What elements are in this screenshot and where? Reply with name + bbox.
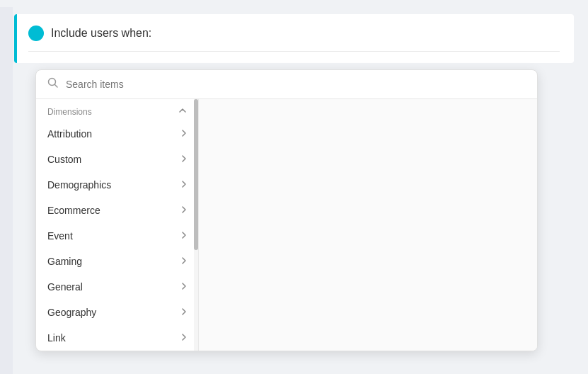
chevron-right-icon xyxy=(181,154,187,164)
menu-item-label: Event xyxy=(47,230,73,242)
right-content xyxy=(199,99,537,351)
section-header: Dimensions xyxy=(36,99,198,121)
teal-dot xyxy=(28,26,44,41)
scrollbar-thumb[interactable] xyxy=(194,99,198,250)
search-icon xyxy=(47,77,59,91)
chevron-right-icon xyxy=(181,205,187,215)
include-users-label: Include users when: xyxy=(51,27,151,40)
menu-item[interactable]: General xyxy=(36,274,198,300)
search-row xyxy=(36,70,537,99)
chevron-right-icon xyxy=(181,231,187,241)
menu-item-label: Link xyxy=(47,332,66,344)
menu-item[interactable]: Demographics xyxy=(36,172,198,198)
include-users-row: Include users when: xyxy=(28,26,560,52)
svg-line-1 xyxy=(55,85,58,88)
section-header-text: Dimensions xyxy=(47,107,92,117)
dropdown-content: Dimensions Attribution xyxy=(36,99,537,351)
dropdown-panel: Dimensions Attribution xyxy=(35,69,538,351)
scrollbar-track xyxy=(194,99,198,351)
chevron-right-icon xyxy=(181,129,187,139)
chevron-right-icon xyxy=(181,333,187,343)
menu-item-label: Custom xyxy=(47,154,81,165)
left-list: Dimensions Attribution xyxy=(36,99,199,351)
menu-item[interactable]: Link xyxy=(36,325,198,351)
menu-item[interactable]: Custom xyxy=(36,147,198,172)
menu-item-label: Gaming xyxy=(47,256,82,267)
menu-item[interactable]: Geography xyxy=(36,300,198,325)
menu-item-label: General xyxy=(47,281,83,293)
search-input[interactable] xyxy=(66,79,526,90)
chevron-right-icon xyxy=(181,282,187,292)
chevron-right-icon xyxy=(181,307,187,317)
menu-item[interactable]: Gaming xyxy=(36,249,198,274)
menu-item[interactable]: Ecommerce xyxy=(36,198,198,223)
menu-item[interactable]: Attribution xyxy=(36,121,198,147)
menu-item-label: Demographics xyxy=(47,179,111,191)
sidebar-accent xyxy=(14,14,17,63)
chevron-right-icon xyxy=(181,180,187,190)
main-card: Include users when: xyxy=(14,14,574,63)
chevron-right-icon xyxy=(181,256,187,266)
menu-item-label: Attribution xyxy=(47,128,92,140)
menu-item[interactable]: Event xyxy=(36,223,198,249)
page-bg-left xyxy=(0,7,13,374)
menu-item-label: Geography xyxy=(47,307,96,318)
chevron-up-icon xyxy=(178,106,187,117)
menu-item-label: Ecommerce xyxy=(47,205,100,216)
page-container: Include users when: xyxy=(0,7,588,374)
